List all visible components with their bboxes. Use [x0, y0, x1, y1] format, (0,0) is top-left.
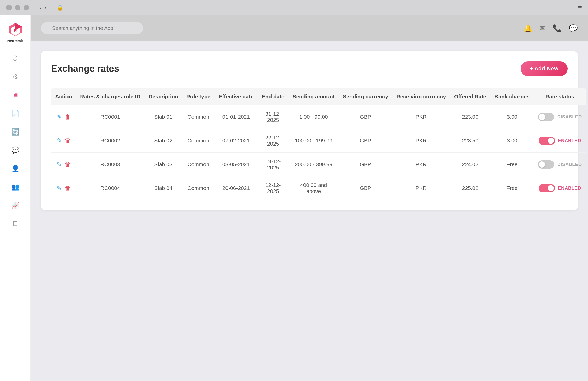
bank-charges-cell-2: Free	[490, 153, 534, 176]
dashboard-icon: ⏱	[12, 54, 19, 62]
analytics-icon: 📈	[11, 201, 19, 209]
action-cell-1: ✎ 🗑	[51, 129, 76, 153]
toggle-wrapper[interactable]: DISABLED	[538, 113, 582, 121]
receiving-currency-cell-2: PKR	[392, 153, 450, 176]
sidebar-item-analytics[interactable]: 📈	[7, 197, 24, 213]
bank-charges-cell-0: 3.00	[490, 105, 534, 129]
rate-status-cell-3[interactable]: ENABLED	[534, 176, 586, 200]
bank-charges-cell-1: 3.00	[490, 129, 534, 153]
search-input[interactable]	[41, 22, 143, 34]
sidebar-item-documents[interactable]: 📄	[7, 105, 24, 122]
forward-arrow[interactable]: ›	[44, 4, 46, 11]
bank-charges-cell-3: Free	[490, 176, 534, 200]
rate-status-cell-1[interactable]: ENABLED	[534, 129, 586, 153]
app-layout: N NetRemit ⏱ ⚙ 🖥 📄 🔄 💬 👤 👥	[0, 15, 588, 381]
sidebar: N NetRemit ⏱ ⚙ 🖥 📄 🔄 💬 👤 👥	[0, 15, 31, 381]
rule-id-cell-3: RC0004	[76, 176, 144, 200]
description-cell-0: Slab 01	[144, 105, 182, 129]
sidebar-item-users[interactable]: 👤	[7, 160, 24, 177]
rule-type-cell-0: Common	[182, 105, 215, 129]
close-button[interactable]	[6, 5, 12, 10]
sending-currency-cell-2: GBP	[339, 153, 392, 176]
action-icons: ✎ 🗑	[55, 161, 72, 168]
rule-type-cell-3: Common	[182, 176, 215, 200]
phone-icon[interactable]: 📞	[553, 24, 562, 32]
exchange-icon: 🖥	[12, 91, 19, 99]
toggle-knob	[539, 161, 545, 168]
rule-id-cell-0: RC0001	[76, 105, 144, 129]
effective-date-cell-3: 20-06-2021	[214, 176, 258, 200]
edit-button[interactable]: ✎	[56, 185, 62, 192]
col-rate-status: Rate status	[534, 88, 586, 105]
delete-button[interactable]: 🗑	[65, 185, 71, 192]
rate-status-toggle[interactable]	[539, 184, 555, 192]
sidebar-item-settings[interactable]: ⚙	[7, 68, 24, 85]
sidebar-item-messages[interactable]: 💬	[7, 142, 24, 158]
chat-icon[interactable]: 💬	[569, 24, 578, 32]
action-cell-0: ✎ 🗑	[51, 105, 76, 129]
messages-icon: 💬	[11, 146, 19, 154]
col-action: Action	[51, 88, 76, 105]
rate-status-cell-0[interactable]: DISABLED	[534, 105, 586, 129]
maximize-button[interactable]	[24, 5, 29, 10]
col-receiving-currency: Receiving currency	[392, 88, 450, 105]
users-icon: 👤	[11, 165, 19, 173]
sync-icon: 🔄	[11, 128, 19, 136]
rate-status-label: DISABLED	[557, 114, 582, 120]
toggle-wrapper[interactable]: ENABLED	[538, 137, 582, 145]
mail-icon[interactable]: ✉	[540, 24, 546, 32]
col-description: Description	[144, 88, 182, 105]
offered-rate-cell-0: 223.00	[450, 105, 490, 129]
rate-status-label: DISABLED	[557, 162, 582, 167]
rate-status-cell-2[interactable]: DISABLED	[534, 153, 586, 176]
action-cell-2: ✎ 🗑	[51, 153, 76, 176]
notification-icon[interactable]: 🔔	[524, 24, 533, 32]
col-rule-type: Rule type	[182, 88, 215, 105]
rate-status-label: ENABLED	[558, 186, 581, 191]
end-date-cell-0: 31-12-2025	[258, 105, 289, 129]
reports-icon: 🗒	[12, 220, 19, 228]
action-cell-3: ✎ 🗑	[51, 176, 76, 200]
team-icon: 👥	[11, 183, 19, 191]
nav-arrows: ‹ ›	[39, 4, 46, 11]
toggle-wrapper[interactable]: DISABLED	[538, 160, 582, 169]
edit-button[interactable]: ✎	[56, 137, 62, 144]
page-title: Exchange rates	[51, 63, 119, 74]
edit-button[interactable]: ✎	[56, 161, 62, 168]
window-chrome: ‹ › 🔒 ≡	[0, 0, 588, 15]
col-effective-date: Effective date	[214, 88, 258, 105]
rule-id-cell-1: RC0002	[76, 129, 144, 153]
lock-icon: 🔒	[56, 4, 63, 11]
rate-status-toggle[interactable]	[538, 160, 554, 169]
col-bank-charges: Bank charges	[490, 88, 534, 105]
table-row: ✎ 🗑 RC0002Slab 02Common07-02-202122-12-2…	[51, 129, 586, 153]
sidebar-item-exchange[interactable]: 🖥	[7, 87, 24, 103]
edit-button[interactable]: ✎	[56, 113, 62, 121]
rule-type-cell-2: Common	[182, 153, 215, 176]
minimize-button[interactable]	[15, 5, 20, 10]
rate-status-toggle[interactable]	[539, 137, 555, 145]
delete-button[interactable]: 🗑	[65, 137, 71, 144]
hamburger-menu[interactable]: ≡	[578, 4, 582, 12]
logo-text: NetRemit	[7, 39, 23, 43]
offered-rate-cell-3: 225.02	[450, 176, 490, 200]
delete-button[interactable]: 🗑	[65, 161, 71, 168]
sidebar-item-sync[interactable]: 🔄	[7, 124, 24, 140]
action-icons: ✎ 🗑	[55, 185, 72, 192]
sidebar-item-reports[interactable]: 🗒	[7, 216, 24, 232]
col-offered-rate: Offered Rate	[450, 88, 490, 105]
toggle-wrapper[interactable]: ENABLED	[538, 184, 582, 192]
page-header: Exchange rates + Add New	[51, 61, 568, 76]
sidebar-item-dashboard[interactable]: ⏱	[7, 50, 24, 66]
documents-icon: 📄	[11, 110, 19, 117]
rate-status-toggle[interactable]	[538, 113, 554, 121]
col-sending-amount: Sending amount	[288, 88, 339, 105]
add-new-button[interactable]: + Add New	[521, 61, 568, 76]
delete-button[interactable]: 🗑	[65, 113, 71, 121]
sidebar-item-team[interactable]: 👥	[7, 179, 24, 195]
back-arrow[interactable]: ‹	[39, 4, 41, 11]
table-row: ✎ 🗑 RC0004Slab 04Common20-06-202112-12-2…	[51, 176, 586, 200]
settings-icon: ⚙	[12, 73, 18, 81]
header-bar: 🔍 🔔 ✉ 📞 💬	[31, 15, 588, 41]
col-sending-currency: Sending currency	[339, 88, 392, 105]
